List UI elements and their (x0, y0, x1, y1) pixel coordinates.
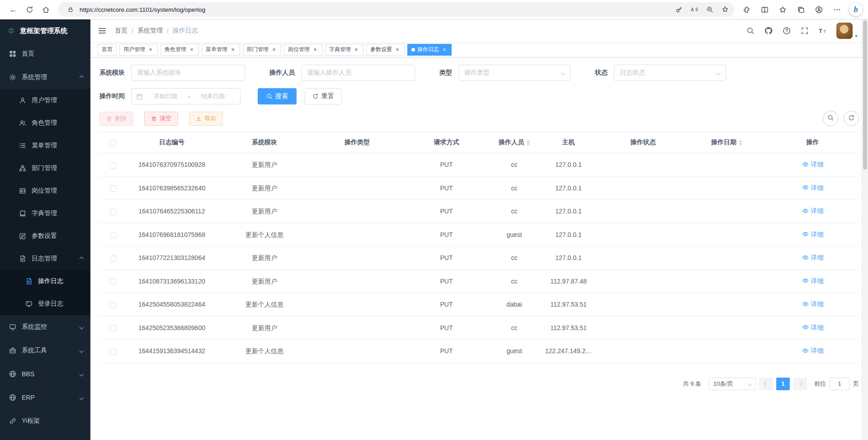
fullscreen-icon[interactable] (797, 24, 812, 38)
row-checkbox[interactable] (110, 209, 116, 215)
row-checkbox[interactable] (110, 349, 116, 355)
tab-role-management[interactable]: 角色管理× (160, 44, 199, 56)
reset-button[interactable]: 重置 (305, 88, 342, 104)
tab-param-settings[interactable]: 参数设置× (366, 44, 405, 56)
detail-link[interactable]: 详细 (802, 183, 824, 192)
split-screen-icon[interactable] (757, 2, 772, 17)
date-range-input[interactable]: 开始日期 - 结束日期 (131, 88, 241, 104)
sidebar-item-log-management[interactable]: 日志管理 (0, 247, 90, 270)
sidebar-item-erp[interactable]: ERP (0, 386, 90, 409)
detail-link[interactable]: 详细 (802, 206, 824, 215)
window-scrollbar[interactable] (862, 19, 868, 440)
sidebar-item-home[interactable]: 首页 (0, 42, 90, 66)
row-checkbox[interactable] (110, 279, 116, 285)
table-search-button[interactable] (823, 111, 838, 126)
password-key-icon[interactable] (673, 3, 685, 16)
sort-icon[interactable] (526, 140, 530, 145)
font-size-icon[interactable]: TT (816, 24, 830, 38)
tab-close-icon[interactable]: × (147, 47, 154, 53)
user-menu[interactable] (836, 23, 859, 39)
zoom-out-icon[interactable] (703, 3, 716, 16)
tab-dept-management[interactable]: 部门管理× (243, 44, 281, 56)
column-header-date[interactable]: 操作日期 (687, 132, 766, 153)
row-checkbox[interactable] (110, 185, 116, 192)
delete-button[interactable]: 删除 (99, 112, 133, 126)
tab-home[interactable]: 首页 (98, 44, 117, 56)
sidebar-item-operation-log[interactable]: 操作日志 (0, 270, 90, 293)
table-refresh-button[interactable] (844, 111, 859, 126)
clear-button[interactable]: 清空 (144, 112, 178, 126)
detail-link[interactable]: 详细 (802, 346, 824, 355)
status-select[interactable]: 日志状态 (614, 65, 726, 81)
detail-link[interactable]: 详细 (802, 230, 824, 239)
goto-page-input[interactable]: 1 (830, 378, 849, 390)
scrollbar-thumb[interactable] (863, 20, 867, 170)
tab-close-icon[interactable]: × (312, 47, 318, 53)
sidebar-item-yi-framework[interactable]: Yi框架 (0, 409, 90, 433)
help-icon[interactable] (779, 24, 794, 38)
tab-operation-log[interactable]: 操作日志× (407, 44, 452, 56)
tab-close-icon[interactable]: × (189, 47, 195, 53)
add-favorite-icon[interactable] (719, 3, 731, 16)
collections-icon[interactable] (793, 2, 808, 17)
detail-link[interactable]: 详细 (802, 160, 824, 169)
column-header-operator[interactable]: 操作人员 (491, 132, 538, 153)
detail-link[interactable]: 详细 (802, 299, 824, 308)
detail-link[interactable]: 详细 (802, 323, 824, 332)
tab-close-icon[interactable]: × (353, 47, 359, 53)
tab-dict-management[interactable]: 字典管理× (325, 44, 363, 56)
tab-menu-management[interactable]: 菜单管理× (202, 44, 240, 56)
address-bar[interactable]: https://ccnetcore.com:1101/system/log/op… (58, 2, 734, 17)
github-icon[interactable] (761, 24, 776, 38)
tab-close-icon[interactable]: × (441, 47, 448, 53)
row-checkbox[interactable] (110, 232, 116, 238)
row-checkbox[interactable] (110, 255, 116, 262)
browser-back-icon[interactable]: ← (5, 2, 21, 17)
row-checkbox[interactable] (110, 325, 116, 331)
type-select[interactable]: 操作类型 (458, 65, 571, 81)
bing-icon[interactable]: b (849, 3, 863, 16)
sidebar-item-dept-management[interactable]: 部门管理 (0, 157, 90, 180)
header-search-icon[interactable] (743, 24, 758, 38)
extensions-icon[interactable] (739, 2, 754, 17)
current-page[interactable]: 1 (776, 378, 790, 390)
sidebar-item-login-log[interactable]: 登录日志 (0, 293, 90, 315)
sidebar-item-system-monitor[interactable]: 系统监控 (0, 315, 90, 339)
operator-input[interactable]: 请输入操作人员 (301, 65, 415, 81)
detail-link[interactable]: 详细 (802, 276, 824, 285)
browser-profile-icon[interactable] (811, 2, 826, 17)
sidebar-item-menu-management[interactable]: 菜单管理 (0, 134, 90, 157)
tab-close-icon[interactable]: × (230, 47, 236, 53)
detail-link[interactable]: 详细 (802, 253, 824, 262)
select-all-checkbox[interactable] (110, 140, 116, 146)
sidebar-item-post-management[interactable]: 岗位管理 (0, 180, 90, 202)
tab-close-icon[interactable]: × (271, 47, 277, 53)
prev-page-button[interactable] (759, 378, 773, 390)
tab-user-management[interactable]: 用户管理× (119, 44, 158, 56)
sidebar-item-system-management[interactable]: 系统管理 (0, 66, 90, 89)
next-page-button[interactable] (793, 378, 807, 390)
page-size-select[interactable]: 10条/页 (708, 378, 755, 390)
module-input[interactable]: 请输入系统模块 (131, 65, 245, 81)
tab-close-icon[interactable]: × (394, 47, 401, 53)
sort-icon[interactable] (739, 140, 742, 145)
row-checkbox[interactable] (110, 302, 116, 308)
export-button[interactable]: 导出 (189, 112, 223, 126)
read-aloud-icon[interactable]: A (688, 3, 701, 16)
browser-home-icon[interactable] (38, 2, 53, 17)
browser-more-icon[interactable] (829, 2, 844, 17)
browser-refresh-icon[interactable] (22, 2, 37, 17)
sidebar-item-role-management[interactable]: 角色管理 (0, 112, 90, 134)
breadcrumb-item[interactable]: 系统管理 (137, 27, 163, 35)
sidebar-toggle-icon[interactable] (90, 19, 114, 42)
tab-post-management[interactable]: 岗位管理× (284, 44, 322, 56)
favorites-icon[interactable] (775, 2, 790, 17)
row-checkbox[interactable] (110, 162, 116, 169)
sidebar-item-dict-management[interactable]: 字典管理 (0, 202, 90, 225)
search-button[interactable]: 搜索 (258, 88, 297, 104)
sidebar-item-system-tools[interactable]: 系统工具 (0, 339, 90, 362)
sidebar-item-param-settings[interactable]: 参数设置 (0, 225, 90, 247)
sidebar-item-user-management[interactable]: 用户管理 (0, 89, 90, 112)
sidebar-item-bbs[interactable]: BBS (0, 362, 90, 386)
breadcrumb-item[interactable]: 首页 (115, 27, 127, 35)
